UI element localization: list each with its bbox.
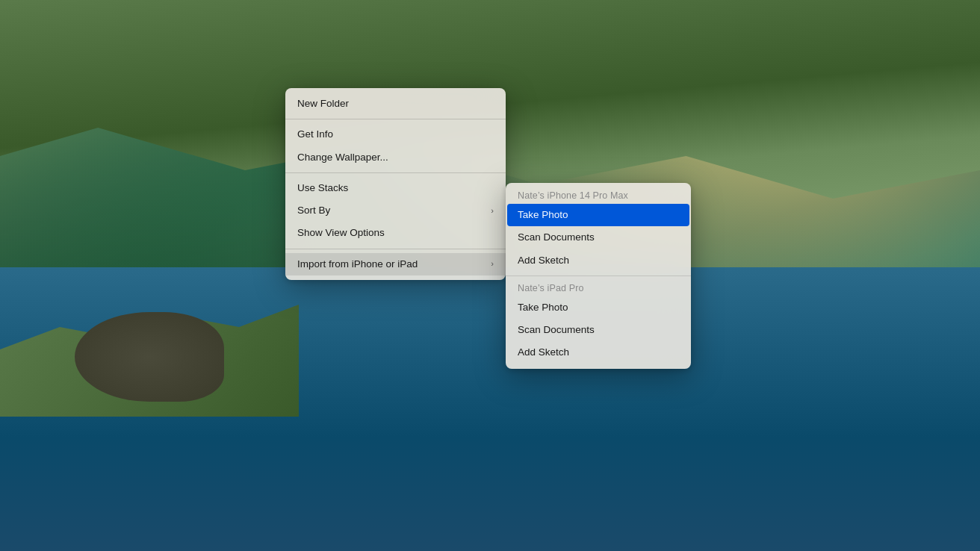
submenu-item-ipad-add-sketch[interactable]: Add Sketch [506, 341, 691, 364]
menu-divider-2 [285, 172, 506, 173]
rocks-shape [75, 312, 224, 402]
menu-item-show-view-options[interactable]: Show View Options [285, 222, 506, 244]
chevron-icon: › [491, 205, 494, 217]
submenu-item-iphone-scan-documents[interactable]: Scan Documents [506, 226, 691, 249]
menu-item-change-wallpaper[interactable]: Change Wallpaper... [285, 146, 506, 169]
iphone-header: Nate’s iPhone 14 Pro Max [506, 187, 691, 204]
submenu-item-ipad-take-photo[interactable]: Take Photo [506, 296, 691, 319]
menu-item-get-info[interactable]: Get Info [285, 123, 506, 146]
ipad-header: Nate’s iPad Pro [506, 280, 691, 296]
menu-divider-1 [285, 119, 506, 119]
menu-item-sort-by[interactable]: Sort By › [285, 199, 506, 222]
submenu-item-iphone-add-sketch[interactable]: Add Sketch [506, 249, 691, 272]
submenu-divider [506, 276, 691, 276]
submenu-item-iphone-take-photo[interactable]: Take Photo [507, 204, 689, 226]
import-submenu: Nate’s iPhone 14 Pro Max Take Photo Scan… [506, 183, 691, 369]
menu-item-new-folder[interactable]: New Folder [285, 93, 506, 115]
menu-item-use-stacks[interactable]: Use Stacks [285, 177, 506, 199]
context-menu: New Folder Get Info Change Wallpaper... … [285, 88, 506, 280]
chevron-icon-import: › [491, 258, 494, 270]
menu-divider-3 [285, 249, 506, 249]
menu-item-import[interactable]: Import from iPhone or iPad › [285, 253, 506, 276]
submenu-item-ipad-scan-documents[interactable]: Scan Documents [506, 319, 691, 341]
